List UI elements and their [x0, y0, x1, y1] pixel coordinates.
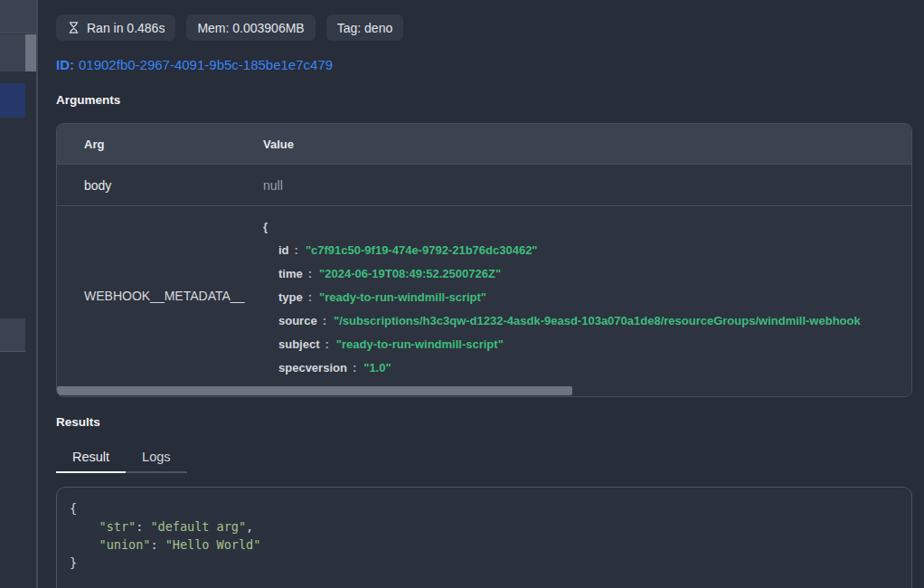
json-value: "c7f91c50-9f19-474e-9792-21b76dc30462" [306, 243, 538, 257]
json-key: source [278, 314, 317, 327]
json-colon: : [353, 361, 356, 375]
arguments-table-header: Arg Value [57, 124, 911, 164]
tab-result[interactable]: Result [56, 444, 126, 473]
code-sep: : [150, 537, 165, 552]
code-value: "Hello World" [165, 537, 261, 552]
table-row: body null [57, 164, 911, 205]
code-key: "str" [99, 519, 137, 534]
table-row: WEBHOOK__METADATA__ { id:"c7f91c50-9f19-… [57, 205, 911, 384]
json-key: subject [278, 337, 320, 351]
table-horizontal-scrollbar[interactable] [57, 384, 911, 396]
job-id-link[interactable]: 01902fb0-2967-4091-9b5c-185be1e7c479 [79, 57, 333, 72]
json-entry: id:"c7f91c50-9f19-474e-9792-21b76dc30462… [263, 239, 911, 262]
json-colon: : [323, 314, 326, 327]
json-value: "ready-to-run-windmill-script" [336, 337, 504, 351]
json-entry: source:"/subscriptions/h3c3qw-d1232-4asd… [263, 309, 911, 333]
runs-list-panel-edge [0, 0, 38, 588]
scrollbar-thumb[interactable] [57, 386, 572, 395]
run-list-item-selected[interactable] [0, 83, 25, 118]
json-open-brace: { [263, 215, 911, 239]
json-colon: : [295, 243, 298, 257]
code-sep: : [136, 519, 150, 534]
column-header-arg: Arg [57, 138, 263, 151]
json-value: "ready-to-run-windmill-script" [319, 290, 486, 304]
run-list-item[interactable] [0, 0, 36, 33]
code-open-brace: { [70, 501, 77, 516]
run-stats-badges: Ran in 0.486s Mem: 0.003906MB Tag: deno [56, 14, 912, 41]
panel-scrollbar-thumb[interactable] [25, 34, 36, 71]
code-close-brace: } [70, 555, 77, 570]
json-entry: type:"ready-to-run-windmill-script" [263, 286, 911, 309]
column-header-value: Value [263, 138, 911, 151]
code-key: "union" [99, 537, 151, 552]
json-key: type [278, 290, 303, 304]
arg-value-null: null [263, 178, 911, 193]
webhook-metadata-json: { id:"c7f91c50-9f19-474e-9792-21b76dc304… [263, 206, 911, 384]
json-value: "/subscriptions/h3c3qw-d1232-4asdk-9easd… [334, 314, 861, 327]
code-comma: , [246, 519, 253, 534]
json-value: "1.0" [363, 361, 391, 375]
tag-badge-label: Tag: deno [337, 21, 393, 35]
code-indent [70, 537, 99, 552]
memory-badge-label: Mem: 0.003906MB [197, 21, 304, 35]
hourglass-icon [67, 21, 80, 34]
results-heading: Results [56, 415, 912, 429]
arg-name: body [57, 178, 263, 193]
job-id-line: ID:01902fb0-2967-4091-9b5c-185be1e7c479 [56, 57, 912, 72]
job-run-detail: Ran in 0.486s Mem: 0.003906MB Tag: deno … [38, 0, 924, 588]
json-entry: specversion:"1.0" [263, 356, 911, 380]
code-value: "default arg" [150, 519, 246, 534]
job-id-label: ID: [56, 57, 74, 72]
json-colon: : [308, 290, 312, 304]
runtime-badge-label: Ran in 0.486s [87, 21, 165, 35]
runtime-badge: Ran in 0.486s [56, 14, 175, 41]
arguments-table: Arg Value body null WEBHOOK__METADATA__ … [56, 123, 912, 397]
arguments-heading: Arguments [56, 93, 912, 107]
results-tabs: Result Logs [56, 444, 912, 473]
json-value: "2024-06-19T08:49:52.2500726Z" [319, 267, 501, 280]
json-entry: time:"2024-06-19T08:49:52.2500726Z" [263, 262, 911, 286]
tag-badge: Tag: deno [326, 14, 404, 41]
json-key: specversion [278, 361, 347, 375]
memory-badge: Mem: 0.003906MB [186, 14, 315, 41]
arg-name: WEBHOOK__METADATA__ [57, 206, 263, 384]
tab-logs[interactable]: Logs [126, 444, 186, 473]
json-entry: subject:"ready-to-run-windmill-script" [263, 333, 911, 356]
json-colon: : [325, 337, 329, 351]
json-key: id [278, 243, 289, 257]
run-list-item[interactable] [0, 318, 25, 352]
code-indent [70, 519, 99, 534]
json-colon: : [308, 267, 312, 280]
result-json-output: { "str": "default arg", "union": "Hello … [56, 487, 912, 588]
json-key: time [278, 267, 303, 280]
